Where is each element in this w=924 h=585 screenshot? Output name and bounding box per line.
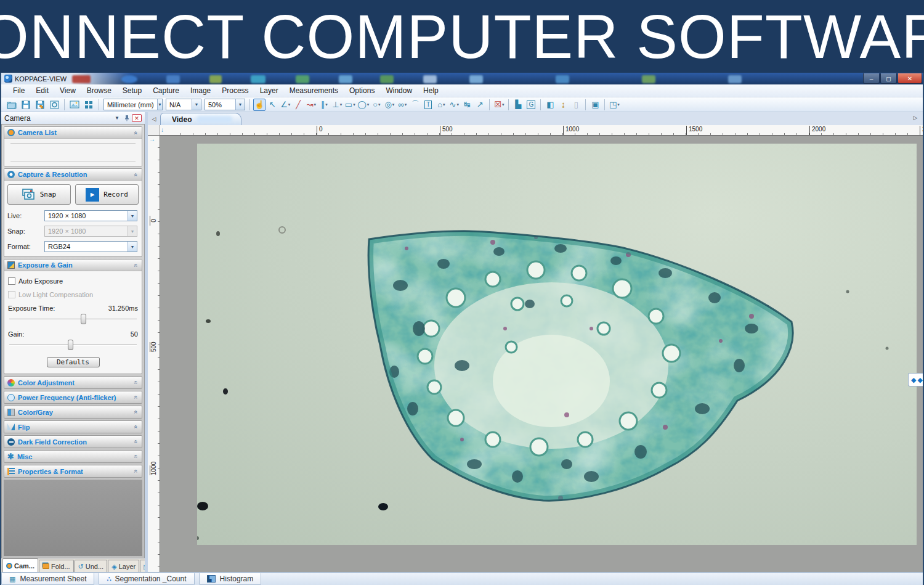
concentric-circles-tool[interactable]: ◎▾ (383, 99, 395, 111)
dropdown-icon[interactable]: ▼ (235, 99, 245, 110)
format-select[interactable]: RGB24▼ (44, 241, 137, 252)
tab-measurement-sheet[interactable]: ▦ Measurement Sheet (1, 573, 94, 585)
delete-tool[interactable]: ▯ (570, 99, 582, 111)
fill-tool[interactable]: ◧ (544, 99, 556, 111)
menu-options[interactable]: Options (344, 84, 380, 97)
dropdown-icon[interactable]: ▼ (157, 99, 162, 110)
section-color-gray-header[interactable]: Color/Gray » (4, 406, 142, 418)
capture-frame-icon[interactable] (47, 99, 61, 111)
expand-icon[interactable]: » (132, 424, 139, 430)
hand-tool[interactable]: ☝ (253, 99, 265, 111)
menu-measurements[interactable]: Measurements (284, 84, 344, 97)
scalebar-tool[interactable]: ↹ (461, 99, 473, 111)
ellipse-tool[interactable]: ◯▾ (357, 99, 370, 111)
gain-slider[interactable] (9, 340, 137, 351)
save-as-icon[interactable] (33, 99, 47, 111)
tab-layer[interactable]: ◈Layer (108, 560, 139, 572)
expand-icon[interactable]: » (132, 409, 139, 415)
freehand-tool[interactable]: ∿▾ (448, 99, 460, 111)
menu-view[interactable]: View (54, 84, 81, 97)
menu-file[interactable]: File (7, 84, 30, 97)
tab-scroll-right-icon[interactable]: ▷ (910, 113, 920, 123)
live-resolution-select[interactable]: 1920 × 1080▼ (44, 210, 137, 221)
histogram-tool[interactable]: ▙ (512, 99, 524, 111)
rectangle-tool[interactable]: ▭▾ (344, 99, 356, 111)
link-tool[interactable]: ∞▾ (396, 99, 408, 111)
polygon-tool[interactable]: ⌂▾ (435, 99, 447, 111)
tab-histogram[interactable]: ▙ Histogram (199, 573, 262, 585)
camera-list[interactable] (4, 139, 142, 166)
menu-process[interactable]: Process (216, 84, 254, 97)
section-capture-header[interactable]: Capture & Resolution « (4, 169, 142, 181)
export-tool[interactable]: ◳▾ (608, 99, 620, 111)
expand-icon[interactable]: » (132, 468, 139, 475)
clipboard-tool[interactable]: ▣ (589, 99, 601, 111)
calibration-tool[interactable]: ☒▾ (493, 99, 505, 111)
menu-window[interactable]: Window (380, 84, 418, 97)
thumbnail-grid-icon[interactable] (82, 99, 95, 111)
expand-icon[interactable]: » (132, 395, 139, 401)
calibration-combo[interactable]: N/A▼ (166, 99, 201, 110)
pin-icon[interactable] (122, 114, 132, 123)
circle-tool[interactable]: ○▾ (370, 99, 383, 111)
gain-slider-thumb[interactable] (68, 340, 73, 350)
menu-image[interactable]: Image (185, 84, 216, 97)
menu-layer[interactable]: Layer (254, 84, 284, 97)
exposure-slider-thumb[interactable] (81, 314, 86, 324)
arrow-annotation-tool[interactable]: ↗ (474, 99, 486, 111)
tab-undo-redo[interactable]: ↺Und... (75, 560, 108, 572)
collapse-icon[interactable]: « (132, 171, 139, 178)
dropdown-icon[interactable]: ▼ (128, 242, 137, 252)
tab-folders[interactable]: Fold... (39, 560, 74, 572)
arrow-line-tool[interactable]: ↝▾ (305, 99, 317, 111)
unit-combo[interactable]: Millimeter (mm)▼ (103, 99, 163, 110)
dropdown-icon[interactable]: ▼ (192, 99, 201, 110)
grayscale-tool[interactable]: G (525, 99, 537, 111)
open-file-icon[interactable] (5, 99, 18, 111)
dropdown-icon[interactable]: ▼ (128, 211, 137, 221)
menu-edit[interactable]: Edit (30, 84, 54, 97)
section-camera-list-header[interactable]: Camera List « (4, 127, 142, 139)
menu-help[interactable]: Help (418, 84, 444, 97)
expand-icon[interactable]: » (132, 454, 139, 460)
section-misc-header[interactable]: ✱ Misc » (4, 451, 142, 462)
collapse-icon[interactable]: « (132, 262, 139, 268)
canvas[interactable]: ◆ ◆ (160, 136, 923, 572)
menu-browse[interactable]: Browse (81, 84, 117, 97)
panel-close-icon[interactable]: ✕ (132, 114, 142, 122)
auto-exposure-checkbox[interactable] (8, 277, 15, 285)
tab-scroll-left-icon[interactable]: ◁ (149, 114, 159, 124)
flatten-tool[interactable]: ↨ (557, 99, 569, 111)
section-flip-header[interactable]: Flip » (4, 421, 142, 433)
curve-tool[interactable]: ⌒ (409, 99, 421, 111)
save-icon[interactable] (19, 99, 33, 111)
image-browser-icon[interactable] (68, 99, 81, 111)
angle-tool[interactable]: ∠▾ (279, 99, 291, 111)
record-button[interactable]: ▶ Record (75, 184, 139, 205)
section-color-adjustment-header[interactable]: Color Adjustment » (4, 377, 142, 388)
panel-menu-icon[interactable]: ▼ (112, 114, 122, 123)
section-properties-header[interactable]: Properties & Format » (4, 465, 142, 477)
auto-exposure-row[interactable]: Auto Exposure (8, 277, 138, 285)
tab-camera[interactable]: Cam... (2, 558, 38, 572)
snap-button[interactable]: Snap (7, 184, 71, 205)
perpendicular-tool[interactable]: ⊥▾ (331, 99, 343, 111)
section-exposure-header[interactable]: Exposure & Gain « (4, 260, 142, 271)
zoom-combo[interactable]: 50%▼ (205, 99, 245, 110)
tab-segmentation-count[interactable]: ∴ Segmentation _Count (99, 573, 194, 585)
parallel-lines-tool[interactable]: ∥▾ (318, 99, 330, 111)
expand-icon[interactable]: » (132, 380, 139, 386)
tab-video[interactable]: Video (160, 113, 241, 125)
menu-capture[interactable]: Capture (147, 84, 185, 97)
text-tool[interactable]: T (422, 99, 434, 111)
close-button[interactable]: ✕ (898, 73, 922, 84)
collapse-icon[interactable]: « (132, 129, 139, 136)
floating-tool-flyout[interactable]: ◆ ◆ (908, 373, 923, 387)
exposure-time-slider[interactable] (9, 314, 137, 325)
menu-setup[interactable]: Setup (117, 84, 147, 97)
section-power-frequency-header[interactable]: Power Frequency (Anti-flicker) » (4, 391, 142, 403)
line-tool[interactable]: ╱ (292, 99, 304, 111)
restore-button[interactable]: ◻ (880, 73, 897, 84)
minimize-button[interactable]: – (863, 73, 880, 84)
select-arrow-tool[interactable]: ↖ (266, 99, 278, 111)
